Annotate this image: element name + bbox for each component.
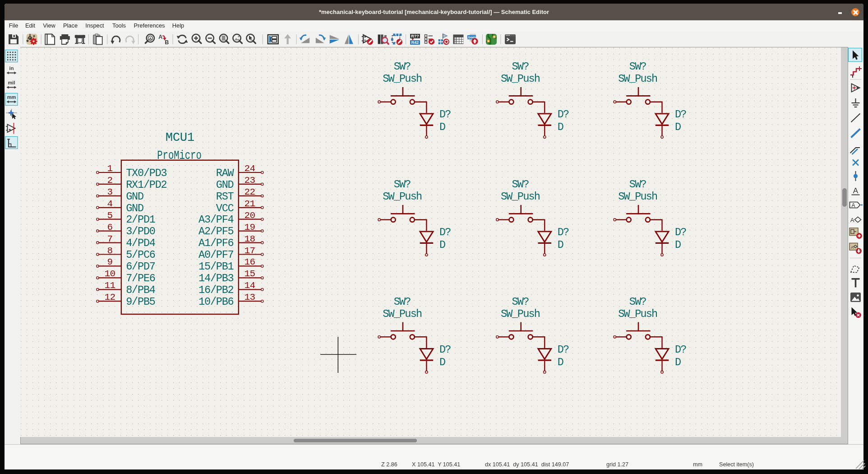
svg-text:A1/PF6: A1/PF6 bbox=[199, 237, 234, 249]
svg-text:6/PD7: 6/PD7 bbox=[126, 260, 155, 273]
svg-text:2/PD1: 2/PD1 bbox=[126, 214, 155, 226]
svg-text:SW_Push: SW_Push bbox=[618, 73, 657, 85]
svg-text:D: D bbox=[558, 121, 563, 133]
svg-text:MCU1: MCU1 bbox=[166, 130, 194, 144]
svg-text:SW_Push: SW_Push bbox=[383, 308, 422, 320]
svg-text:D: D bbox=[675, 239, 681, 251]
svg-text:SW_Push: SW_Push bbox=[618, 308, 657, 320]
svg-text:D: D bbox=[675, 121, 681, 133]
svg-text:D?: D? bbox=[675, 108, 686, 121]
svg-text:D?: D? bbox=[675, 344, 686, 356]
svg-text:SW_Push: SW_Push bbox=[383, 73, 422, 85]
svg-text:D?: D? bbox=[558, 344, 569, 356]
svg-text:D: D bbox=[675, 356, 681, 368]
svg-text:D?: D? bbox=[675, 226, 686, 238]
svg-text:SW?: SW? bbox=[629, 296, 646, 308]
svg-text:16/PB2: 16/PB2 bbox=[199, 284, 234, 296]
svg-text:SW_Push: SW_Push bbox=[618, 191, 657, 203]
svg-text:SW?: SW? bbox=[512, 60, 529, 73]
svg-text:SW_Push: SW_Push bbox=[501, 308, 540, 320]
svg-text:SW?: SW? bbox=[512, 178, 529, 191]
svg-text:10/PB6: 10/PB6 bbox=[199, 296, 234, 308]
svg-text:7/PE6: 7/PE6 bbox=[126, 272, 155, 284]
svg-text:5/PC6: 5/PC6 bbox=[126, 249, 155, 261]
svg-text:24: 24 bbox=[245, 163, 255, 174]
svg-text:5: 5 bbox=[107, 210, 112, 221]
svg-text:19: 19 bbox=[245, 222, 255, 232]
svg-text:17: 17 bbox=[245, 246, 255, 256]
svg-text:16: 16 bbox=[245, 257, 255, 267]
svg-text:D: D bbox=[558, 356, 563, 368]
svg-text:8/PB4: 8/PB4 bbox=[126, 284, 155, 296]
svg-text:11: 11 bbox=[104, 280, 115, 291]
svg-text:8: 8 bbox=[107, 246, 112, 256]
svg-text:GND: GND bbox=[126, 191, 143, 203]
svg-text:VCC: VCC bbox=[216, 202, 234, 214]
svg-text:12: 12 bbox=[104, 292, 115, 302]
svg-text:4/PD4: 4/PD4 bbox=[126, 237, 155, 249]
svg-text:2: 2 bbox=[107, 175, 112, 186]
svg-text:9/PB5: 9/PB5 bbox=[126, 296, 155, 308]
svg-text:GND: GND bbox=[216, 179, 234, 191]
svg-text:21: 21 bbox=[245, 199, 255, 209]
svg-text:A2/PF5: A2/PF5 bbox=[199, 225, 234, 237]
svg-text:A0/PF7: A0/PF7 bbox=[199, 249, 234, 261]
svg-text:22: 22 bbox=[245, 187, 255, 197]
svg-text:15: 15 bbox=[245, 269, 255, 279]
svg-text:13: 13 bbox=[245, 292, 255, 302]
svg-text:RAW: RAW bbox=[216, 167, 235, 179]
svg-text:D: D bbox=[439, 239, 445, 251]
svg-text:SW?: SW? bbox=[394, 60, 411, 73]
svg-text:ProMicro: ProMicro bbox=[157, 149, 201, 163]
svg-text:D: D bbox=[439, 121, 445, 133]
svg-text:3/PD0: 3/PD0 bbox=[126, 225, 155, 237]
svg-text:SW?: SW? bbox=[394, 178, 411, 191]
svg-text:23: 23 bbox=[245, 175, 255, 186]
svg-text:15/PB1: 15/PB1 bbox=[199, 260, 234, 273]
svg-text:D?: D? bbox=[558, 108, 569, 121]
svg-text:3: 3 bbox=[107, 187, 112, 197]
svg-text:18: 18 bbox=[245, 234, 255, 244]
svg-text:1: 1 bbox=[107, 163, 112, 174]
svg-text:D?: D? bbox=[439, 226, 451, 238]
svg-text:7: 7 bbox=[107, 234, 112, 244]
svg-text:SW?: SW? bbox=[512, 296, 529, 308]
svg-text:D: D bbox=[558, 239, 563, 251]
svg-text:10: 10 bbox=[104, 269, 115, 279]
svg-text:SW_Push: SW_Push bbox=[501, 191, 540, 203]
svg-text:9: 9 bbox=[107, 257, 112, 267]
svg-text:14/PB3: 14/PB3 bbox=[199, 272, 234, 284]
svg-text:A3/PF4: A3/PF4 bbox=[199, 214, 234, 226]
svg-text:D?: D? bbox=[439, 344, 451, 356]
svg-text:TX0/PD3: TX0/PD3 bbox=[126, 167, 166, 179]
svg-text:RST: RST bbox=[216, 191, 234, 203]
svg-text:6: 6 bbox=[107, 222, 112, 232]
svg-text:D?: D? bbox=[439, 108, 451, 121]
svg-text:20: 20 bbox=[245, 210, 255, 221]
svg-text:D: D bbox=[439, 356, 445, 368]
svg-text:SW?: SW? bbox=[629, 178, 646, 191]
svg-text:SW?: SW? bbox=[629, 60, 646, 73]
svg-text:14: 14 bbox=[245, 280, 255, 291]
svg-text:SW?: SW? bbox=[394, 296, 411, 308]
svg-text:RX1/PD2: RX1/PD2 bbox=[126, 179, 166, 191]
svg-text:SW_Push: SW_Push bbox=[383, 191, 422, 203]
svg-text:GND: GND bbox=[126, 202, 143, 214]
svg-text:D?: D? bbox=[558, 226, 569, 238]
svg-text:SW_Push: SW_Push bbox=[501, 73, 540, 85]
svg-text:4: 4 bbox=[107, 199, 112, 209]
